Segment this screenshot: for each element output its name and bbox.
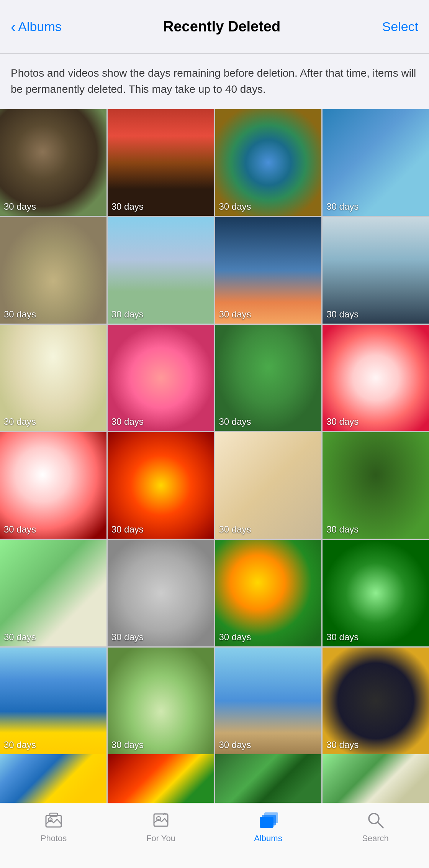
days-badge: 30 days <box>219 201 251 212</box>
page-title: Recently Deleted <box>62 18 382 35</box>
photo-cell-24[interactable]: 30 days <box>323 648 429 754</box>
photo-cell-8[interactable]: 30 days <box>323 217 429 324</box>
days-badge: 30 days <box>326 524 359 535</box>
back-label: Albums <box>18 19 61 34</box>
photo-cell-13[interactable]: 30 days <box>0 432 106 539</box>
days-badge: 30 days <box>219 740 251 750</box>
photo-cell-11[interactable]: 30 days <box>215 325 322 431</box>
days-badge: 30 days <box>111 632 144 643</box>
days-badge: 30 days <box>111 201 144 212</box>
svg-line-9 <box>378 822 383 828</box>
days-badge: 30 days <box>219 309 251 320</box>
days-badge: 30 days <box>326 740 359 750</box>
svg-rect-2 <box>50 813 57 816</box>
photo-cell-17[interactable]: 30 days <box>0 540 106 646</box>
days-badge: 30 days <box>326 416 359 427</box>
photo-cell-19[interactable]: 30 days <box>215 540 322 646</box>
for-you-icon <box>149 809 172 830</box>
days-badge: 30 days <box>326 309 359 320</box>
photo-cell-21[interactable]: 30 days <box>0 648 106 754</box>
days-badge: 30 days <box>4 416 36 427</box>
photo-cell-7[interactable]: 30 days <box>215 217 322 324</box>
svg-rect-7 <box>264 812 278 823</box>
partial-cell-25[interactable] <box>0 754 106 804</box>
days-badge: 30 days <box>219 632 251 643</box>
nav-label-search: Search <box>362 833 389 843</box>
photo-cell-1[interactable]: 30 days <box>0 109 106 216</box>
info-banner: Photos and videos show the days remainin… <box>0 54 429 109</box>
photo-cell-9[interactable]: 30 days <box>0 325 106 431</box>
days-badge: 30 days <box>4 309 36 320</box>
days-badge: 30 days <box>111 309 144 320</box>
photo-cell-6[interactable]: 30 days <box>108 217 214 324</box>
header: ‹ Albums Recently Deleted Select <box>0 0 429 54</box>
days-badge: 30 days <box>4 740 36 750</box>
nav-item-search[interactable]: Search <box>322 809 429 843</box>
back-button[interactable]: ‹ Albums <box>11 19 62 35</box>
photo-cell-5[interactable]: 30 days <box>0 217 106 324</box>
partial-cell-28[interactable] <box>323 754 429 804</box>
days-badge: 30 days <box>326 201 359 212</box>
photo-cell-14[interactable]: 30 days <box>108 432 214 539</box>
albums-icon <box>257 809 280 830</box>
photo-cell-3[interactable]: 30 days <box>215 109 322 216</box>
days-badge: 30 days <box>4 524 36 535</box>
photo-cell-10[interactable]: 30 days <box>108 325 214 431</box>
nav-label-albums: Albums <box>254 833 282 843</box>
days-badge: 30 days <box>4 632 36 643</box>
partial-row <box>0 754 429 804</box>
days-badge: 30 days <box>219 524 251 535</box>
bottom-nav: Photos For You Albums <box>0 803 429 868</box>
days-badge: 30 days <box>111 524 144 535</box>
days-badge: 30 days <box>4 201 36 212</box>
nav-item-albums[interactable]: Albums <box>215 809 322 843</box>
photo-grid: 30 days 30 days 30 days 30 days 30 days … <box>0 109 429 754</box>
nav-item-photos[interactable]: Photos <box>0 809 107 843</box>
photo-cell-18[interactable]: 30 days <box>108 540 214 646</box>
photo-cell-22[interactable]: 30 days <box>108 648 214 754</box>
nav-label-for-you: For You <box>146 833 175 843</box>
photo-cell-15[interactable]: 30 days <box>215 432 322 539</box>
chevron-left-icon: ‹ <box>11 19 16 35</box>
photo-cell-23[interactable]: 30 days <box>215 648 322 754</box>
days-badge: 30 days <box>326 632 359 643</box>
photo-cell-16[interactable]: 30 days <box>323 432 429 539</box>
search-icon <box>364 809 387 830</box>
partial-cell-26[interactable] <box>108 754 214 804</box>
select-button[interactable]: Select <box>382 19 419 34</box>
photos-icon <box>42 809 65 830</box>
nav-label-photos: Photos <box>41 833 67 843</box>
nav-item-for-you[interactable]: For You <box>107 809 215 843</box>
partial-cell-27[interactable] <box>215 754 322 804</box>
photo-cell-20[interactable]: 30 days <box>323 540 429 646</box>
photo-cell-4[interactable]: 30 days <box>323 109 429 216</box>
info-text: Photos and videos show the days remainin… <box>11 65 418 97</box>
days-badge: 30 days <box>111 416 144 427</box>
days-badge: 30 days <box>219 416 251 427</box>
photo-cell-12[interactable]: 30 days <box>323 325 429 431</box>
days-badge: 30 days <box>111 740 144 750</box>
photo-cell-2[interactable]: 30 days <box>108 109 214 216</box>
